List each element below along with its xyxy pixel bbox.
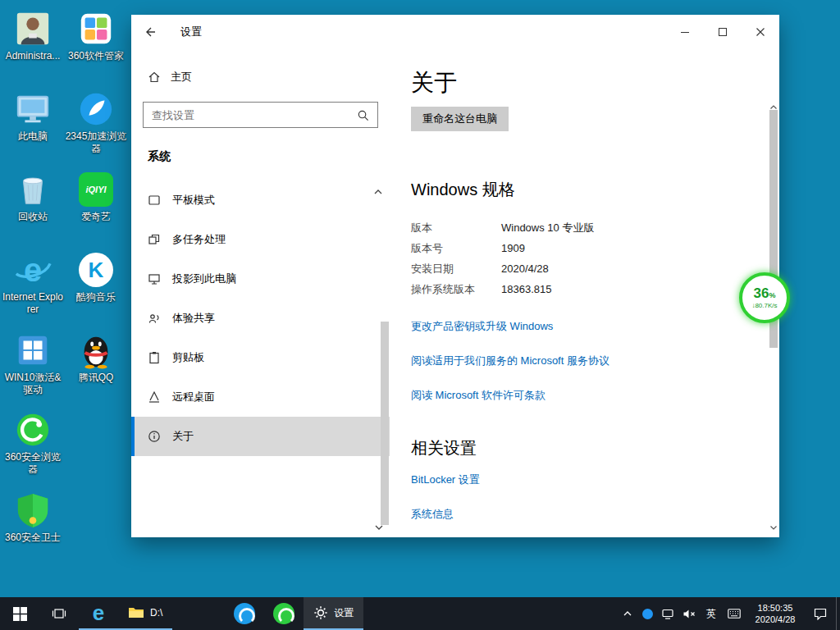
task-view-button[interactable] <box>39 597 79 630</box>
desktop-icon-qq[interactable]: 腾讯QQ <box>64 331 128 384</box>
spec-row: 版本 Windows 10 专业版 <box>411 217 746 238</box>
recycle-bin-icon <box>14 171 52 208</box>
scroll-down-icon[interactable] <box>769 519 778 534</box>
desktop-icon-label: 360安全卫士 <box>5 532 61 544</box>
nav-scroll-down-icon[interactable] <box>374 519 384 534</box>
back-button[interactable] <box>131 15 169 49</box>
tray-overflow-button[interactable] <box>618 597 637 630</box>
desktop-icon-360-safe[interactable]: 360安全卫士 <box>1 491 65 544</box>
taskbar-explorer-button[interactable]: D:\ <box>118 597 172 630</box>
desktop-icon-label: 爱奇艺 <box>81 211 111 223</box>
shared-experiences-icon <box>148 312 161 325</box>
action-center-button[interactable] <box>805 597 836 630</box>
services-agreement-link[interactable]: 阅读适用于我们服务的 Microsoft 服务协议 <box>411 354 746 368</box>
desktop-icon-label: 回收站 <box>18 211 48 223</box>
remote-desktop-icon <box>148 390 161 404</box>
rename-pc-button[interactable]: 重命名这台电脑 <box>411 107 509 131</box>
tray-time: 18:50:35 <box>758 602 793 614</box>
nav-item-remote-desktop[interactable]: 远程桌面 <box>131 377 390 417</box>
license-terms-link[interactable]: 阅读 Microsoft 软件许可条款 <box>411 388 746 403</box>
folder-icon <box>128 606 144 619</box>
desktop-icon-iqiyi[interactable]: iQIYI 爱奇艺 <box>64 171 128 223</box>
2345-browser-icon <box>77 90 115 128</box>
speed-ball-widget[interactable]: 36% ↓80.7K/s <box>739 272 790 323</box>
nav-item-clipboard[interactable]: 剪贴板 <box>131 338 390 377</box>
close-button[interactable] <box>742 15 779 49</box>
desktop-icon-label: 2345加速浏览器 <box>64 130 128 155</box>
nav-item-about[interactable]: 关于 <box>131 417 390 456</box>
minimize-button[interactable] <box>666 15 704 49</box>
tray-clock[interactable]: 18:50:35 2020/4/28 <box>746 597 805 630</box>
nav-item-label: 远程桌面 <box>172 390 215 404</box>
desktop-icon-360-browser[interactable]: 360安全浏览器 <box>1 411 65 476</box>
nav-item-label: 平板模式 <box>172 193 215 208</box>
project-to-pc-icon <box>148 272 161 285</box>
change-product-key-link[interactable]: 更改产品密钥或升级 Windows <box>411 319 746 334</box>
desktop-icon-recycle-bin[interactable]: 回收站 <box>1 171 65 223</box>
home-icon <box>148 71 161 84</box>
spec-value: Windows 10 专业版 <box>501 221 594 235</box>
desktop-icon-this-pc[interactable]: 此电脑 <box>1 90 65 143</box>
tray-date: 2020/4/28 <box>756 614 796 625</box>
win10-tool-icon <box>14 331 52 369</box>
settings-search-box[interactable] <box>143 102 378 128</box>
keyboard-icon <box>728 609 741 619</box>
memory-percent: 36% <box>754 286 776 300</box>
tray-touch-keyboard-button[interactable] <box>723 597 746 630</box>
nav-item-projecting[interactable]: 投影到此电脑 <box>131 259 390 299</box>
desktop-icon-win10-activate[interactable]: WIN10激活&驱动 <box>1 331 65 396</box>
desktop-icon-label: Internet Explorer <box>1 291 65 316</box>
nav-home[interactable]: 主页 <box>148 67 390 87</box>
titlebar[interactable]: 设置 <box>131 15 779 49</box>
spec-label: 操作系统版本 <box>411 282 501 297</box>
notification-icon <box>814 608 827 620</box>
taskbar: e D:\ 设置 英 18:50:35 2020/4/28 <box>0 597 840 630</box>
gear-icon <box>313 605 328 620</box>
show-desktop-button[interactable] <box>836 597 840 630</box>
spec-label: 版本 <box>411 221 501 235</box>
desktop-icon-internet-explorer[interactable]: e Internet Explorer <box>1 251 65 316</box>
desktop-icon-2345-browser[interactable]: 2345加速浏览器 <box>64 90 128 155</box>
360-browser-icon <box>273 603 294 624</box>
nav-scrollbar-thumb[interactable] <box>381 322 389 525</box>
taskbar-2345-button[interactable] <box>225 597 264 630</box>
network-icon <box>661 607 674 620</box>
taskbar-settings-button[interactable]: 设置 <box>304 597 363 630</box>
maximize-button[interactable] <box>704 15 742 49</box>
desktop-icon-kugou[interactable]: K 酷狗音乐 <box>64 251 128 304</box>
settings-search-input[interactable] <box>152 109 357 121</box>
minimize-icon <box>680 27 690 37</box>
nav-item-multitasking[interactable]: 多任务处理 <box>131 220 390 259</box>
spec-value: 1909 <box>501 242 525 254</box>
tray-volume-button[interactable] <box>678 597 700 630</box>
blue-app-dot-icon <box>642 609 653 619</box>
tray-input-language[interactable]: 英 <box>700 597 723 630</box>
spec-label: 安装日期 <box>411 262 501 276</box>
tablet-icon <box>148 194 161 207</box>
computer-icon <box>14 90 52 128</box>
nav-item-label: 投影到此电脑 <box>172 272 236 286</box>
desktop-icon-administrator[interactable]: Administra... <box>1 10 65 62</box>
tray-network-button[interactable] <box>657 597 678 630</box>
settings-button-label: 设置 <box>334 606 354 620</box>
spec-value: 2020/4/28 <box>501 262 549 275</box>
nav-list: 平板模式 多任务处理 投影到此电脑 体验共享 剪贴板 <box>131 180 390 456</box>
multitask-icon <box>148 233 161 246</box>
bitlocker-settings-link[interactable]: BitLocker 设置 <box>411 472 746 487</box>
start-button[interactable] <box>0 597 39 630</box>
tray-app-icon[interactable] <box>637 597 657 630</box>
nav-item-tablet-mode[interactable]: 平板模式 <box>131 180 390 220</box>
about-info-icon <box>148 430 161 443</box>
desktop-icon-360-software-manager[interactable]: 360软件管家 <box>64 10 128 62</box>
nav-item-shared-experiences[interactable]: 体验共享 <box>131 299 390 338</box>
settings-nav-pane: 主页 系统 平板模式 多任务处理 <box>131 49 390 537</box>
windows-spec-table: 版本 Windows 10 专业版 版本号 1909 安装日期 2020/4/2… <box>411 217 746 299</box>
nav-item-label: 体验共享 <box>172 311 215 326</box>
spec-row: 版本号 1909 <box>411 238 746 258</box>
page-title: 关于 <box>411 67 746 98</box>
spec-row: 操作系统版本 18363.815 <box>411 279 746 299</box>
desktop-icon-label: 腾讯QQ <box>79 372 114 384</box>
taskbar-browser-e-button[interactable]: e <box>79 597 118 630</box>
taskbar-360-browser-button[interactable] <box>264 597 304 630</box>
system-info-link[interactable]: 系统信息 <box>411 507 746 522</box>
